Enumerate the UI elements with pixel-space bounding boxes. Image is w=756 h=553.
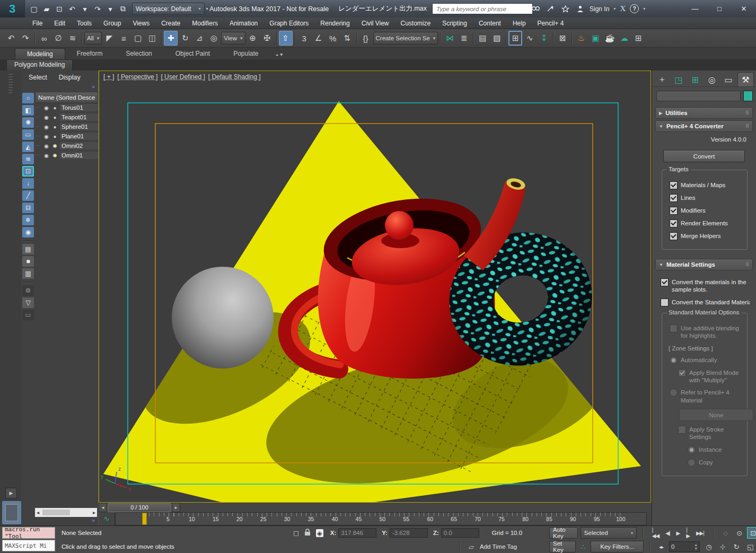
thumbnail-view-icon[interactable]: ■ <box>22 256 34 267</box>
user-icon[interactable] <box>575 4 585 14</box>
track-bar-ruler[interactable]: 0510152025303540455055606570758085909510… <box>115 512 647 525</box>
time-config-icon[interactable]: ◷ <box>702 541 715 552</box>
object-name[interactable]: Torus01 <box>60 104 98 111</box>
time-slider-thumb[interactable]: 0 / 100 <box>108 503 171 512</box>
exchange-apps-icon[interactable]: X <box>620 4 626 13</box>
menu-item[interactable]: Modifiers <box>186 20 224 27</box>
rect-selection-region-icon[interactable]: ▢ <box>131 31 145 46</box>
toolbar-separator[interactable] <box>570 31 574 46</box>
material-settings-rollout-header[interactable]: ▼ Material Settings ⠿ <box>655 259 753 270</box>
radio-icon[interactable] <box>670 389 678 397</box>
menu-item[interactable]: File <box>27 20 48 27</box>
workspace-dropdown[interactable]: Workspace: Default ▾ <box>132 3 205 15</box>
visibility-eye-icon[interactable]: ◉ <box>43 134 50 139</box>
selection-filter-dropdown[interactable]: All <box>84 32 102 45</box>
viewport-menu-user[interactable]: [ User Defined ] <box>161 73 205 81</box>
display-helpers-icon[interactable]: ◭ <box>22 142 34 152</box>
pan-icon[interactable]: ⊹ <box>716 541 729 552</box>
select-link-icon[interactable]: ∞ <box>37 31 51 46</box>
convert-standard-checkbox[interactable]: Convert the Standard Materia <box>661 299 750 306</box>
save-file-icon[interactable]: ⊡ <box>54 3 65 15</box>
toolbar-separator[interactable] <box>160 31 163 46</box>
maximize-button[interactable]: □ <box>707 0 732 17</box>
menu-item[interactable]: Tools <box>71 20 98 27</box>
help-icon[interactable]: ? <box>630 4 639 13</box>
y-coordinate-field[interactable]: -3.628 <box>390 528 428 538</box>
list-view-icon[interactable]: ▤ <box>22 244 34 254</box>
layer-explorer-icon[interactable]: ▤ <box>476 31 489 46</box>
menu-item[interactable]: Rendering <box>314 20 355 27</box>
detail-view-icon[interactable]: ▥ <box>22 268 34 279</box>
convert-button[interactable]: Convert <box>663 150 745 162</box>
render-setup-icon[interactable]: ♨ <box>574 31 588 46</box>
object-name[interactable]: Plane01 <box>60 133 98 140</box>
viewport-menu-pov[interactable]: [ Perspective ] <box>117 73 157 81</box>
menu-item[interactable]: Animation <box>224 20 263 27</box>
undo-icon[interactable]: ↶ <box>4 31 18 46</box>
checkbox-icon[interactable] <box>678 426 686 434</box>
search-input[interactable] <box>435 5 530 13</box>
explorer-h-scrollbar[interactable]: ◂ ▸ <box>35 508 97 517</box>
maximize-viewport-icon[interactable]: ◱ <box>744 541 756 552</box>
render-production-icon[interactable]: ☕ <box>603 31 617 46</box>
frame-spinner-icon[interactable]: ▲▼ <box>694 543 698 550</box>
menu-item[interactable]: Scripting <box>436 20 473 27</box>
go-to-start-icon[interactable]: |◀◀ <box>649 527 662 539</box>
blend-mode-checkbox[interactable]: Apply Blend Mode with "Multiply" <box>678 369 743 384</box>
checkbox-checked-icon[interactable] <box>670 181 678 189</box>
zoom-extents-icon[interactable]: ⊡ <box>747 527 756 539</box>
key-filters-button[interactable]: Key Filters... <box>591 541 644 552</box>
rollout-grip-icon[interactable]: ⠿ <box>745 110 749 116</box>
isolate-selection-icon[interactable]: ⊠ <box>556 31 569 46</box>
visibility-eye-icon[interactable]: ◉ <box>43 143 50 149</box>
align-icon[interactable]: ≣ <box>457 31 471 46</box>
percent-snap-icon[interactable]: % <box>326 31 340 46</box>
toolbar-separator[interactable] <box>438 31 442 46</box>
menu-item[interactable]: Edit <box>48 20 71 27</box>
scene-object-row[interactable]: ┈ ◉ ● Torus01 <box>35 103 98 112</box>
instance-radio[interactable]: Instance <box>688 446 743 454</box>
explorer-footer-chevron[interactable]: » <box>21 517 98 525</box>
explorer-menu-select[interactable]: Select <box>29 74 47 81</box>
display-containers-icon[interactable]: ⊟ <box>22 203 34 213</box>
ribbon-tab[interactable]: Freeform <box>65 48 115 59</box>
checkbox-icon[interactable] <box>670 324 678 332</box>
search-icon[interactable] <box>530 4 541 14</box>
snap-3d-icon[interactable]: 3 <box>297 31 311 46</box>
scroll-right-icon[interactable]: ▸ <box>93 510 95 515</box>
keyboard-override-icon[interactable]: ⇧ <box>279 31 293 46</box>
target-checkbox-row[interactable]: Modifiers <box>670 207 743 215</box>
explorer-menu-display[interactable]: Display <box>59 74 81 81</box>
explorer-separator[interactable] <box>22 280 34 284</box>
z-coordinate-field[interactable]: 0.0 <box>441 528 479 538</box>
display-spacewarps-icon[interactable]: ≋ <box>22 154 34 164</box>
visibility-eye-icon[interactable]: ◉ <box>43 124 50 130</box>
ribbon-display-toggle-icon[interactable]: ◒ ▾ <box>276 51 283 59</box>
time-slider-marker[interactable] <box>142 513 147 525</box>
additive-blending-checkbox[interactable]: Use additive blending for highlights. <box>670 324 743 340</box>
display-particles-icon[interactable]: ❄ <box>22 215 34 225</box>
dock-grip[interactable] <box>8 74 13 95</box>
absolute-mode-icon[interactable]: ◈ <box>316 529 323 537</box>
checkbox-checked-icon[interactable] <box>678 369 686 377</box>
sphere01-object[interactable] <box>172 267 274 368</box>
visibility-eye-icon[interactable]: ◉ <box>43 153 50 159</box>
toolbar-separator[interactable] <box>471 31 475 46</box>
ribbon-tab[interactable]: Modeling <box>15 48 65 59</box>
utilities-rollout-header[interactable]: ▶ Utilities ⠿ <box>655 107 753 119</box>
display-cameras-icon[interactable]: ▭ <box>22 129 34 140</box>
help-search-box[interactable] <box>432 3 533 14</box>
rollout-grip-icon[interactable]: ⠿ <box>745 262 749 267</box>
communication-center-icon[interactable] <box>545 4 556 14</box>
menu-item[interactable]: Content <box>473 20 507 27</box>
tab-motion[interactable]: ◎ <box>704 73 719 86</box>
selection-region-icon[interactable]: ◻ <box>293 529 299 537</box>
rollout-grip-icon[interactable]: ⠿ <box>745 124 749 129</box>
ribbon-tab[interactable]: Selection <box>114 48 163 59</box>
menu-item[interactable]: Help <box>507 20 532 27</box>
none-material-button[interactable]: None <box>679 409 753 421</box>
help-caret-icon[interactable]: ▾ <box>643 6 645 11</box>
auto-key-button[interactable]: Auto Key <box>549 527 578 539</box>
display-geometry-icon[interactable]: ⊡ <box>22 166 34 177</box>
key-scope-dropdown[interactable]: Selected ▾ <box>581 527 637 539</box>
